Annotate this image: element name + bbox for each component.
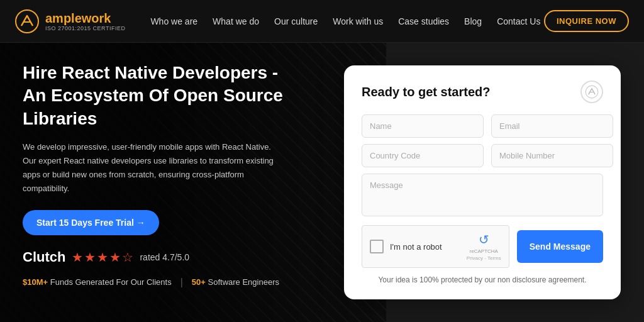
main-content: Hire React Native Developers - An Ecosys…	[0, 43, 644, 322]
stat-engineers-value: 50+	[192, 277, 206, 287]
star-2: ★	[84, 250, 96, 265]
logo-icon	[15, 9, 39, 33]
recaptcha-icon: ↺	[479, 232, 489, 247]
nav-work-with-us[interactable]: Work with us	[333, 16, 383, 26]
form-row-1	[362, 114, 603, 138]
nav-links: Who we are What we do Our culture Work w…	[150, 16, 544, 26]
logo-area: amplework ISO 27001:2015 CERTIFIED	[15, 9, 125, 33]
stars-container: ★ ★ ★ ★ ☆	[72, 250, 133, 265]
nav-what-we-do[interactable]: What we do	[213, 16, 259, 26]
navbar: amplework ISO 27001:2015 CERTIFIED Who w…	[0, 0, 644, 43]
stat-funds-label: Funds Generated For Our Clients	[50, 277, 172, 287]
inquire-now-button[interactable]: INQUIRE NOW	[544, 10, 629, 32]
rating-text: rated 4.7/5.0	[140, 252, 189, 262]
form-logo-icon	[580, 80, 603, 103]
right-panel: Ready to get started?	[321, 43, 644, 322]
privacy-note: Your idea is 100% protected by our non d…	[362, 275, 603, 284]
hero-description: We develop impressive, user-friendly mob…	[23, 140, 287, 196]
nav-blog[interactable]: Blog	[464, 16, 482, 26]
star-4: ★	[109, 250, 121, 265]
form-brand-icon	[585, 85, 599, 99]
country-code-input[interactable]	[362, 144, 484, 167]
form-card: Ready to get started?	[344, 65, 621, 299]
star-3: ★	[97, 250, 108, 265]
logo-cert: ISO 27001:2015 CERTIFIED	[45, 25, 125, 31]
recaptcha-box[interactable]: I'm not a robot ↺ reCAPTCHA Privacy - Te…	[362, 225, 509, 268]
clutch-row: Clutch ★ ★ ★ ★ ☆ rated 4.7/5.0	[23, 249, 298, 265]
form-bottom-row: I'm not a robot ↺ reCAPTCHA Privacy - Te…	[362, 225, 603, 268]
left-panel: Hire React Native Developers - An Ecosys…	[0, 43, 321, 322]
mobile-input[interactable]	[491, 144, 613, 167]
logo-text-block: amplework ISO 27001:2015 CERTIFIED	[45, 11, 125, 31]
clutch-label: Clutch	[23, 249, 65, 265]
stat-divider: |	[180, 277, 183, 288]
trial-button[interactable]: Start 15 Days Free Trial →	[23, 210, 159, 235]
star-1: ★	[72, 250, 83, 265]
hero-title: Hire React Native Developers - An Ecosys…	[23, 62, 298, 130]
recaptcha-logo: ↺ reCAPTCHA Privacy - Terms	[467, 232, 501, 261]
stat-engineers: 50+ Software Engineers	[192, 277, 279, 287]
form-header: Ready to get started?	[362, 80, 603, 103]
recaptcha-brand: reCAPTCHA	[470, 248, 498, 254]
star-5: ☆	[122, 250, 133, 265]
email-input[interactable]	[491, 114, 613, 138]
stats-row: $10M+ Funds Generated For Our Clients | …	[23, 277, 298, 288]
nav-our-culture[interactable]: Our culture	[274, 16, 318, 26]
stat-engineers-label: Software Engineers	[208, 277, 279, 287]
recaptcha-checkbox[interactable]	[370, 240, 384, 253]
recaptcha-sub: Privacy - Terms	[467, 255, 501, 261]
send-message-button[interactable]: Send Message	[517, 230, 603, 263]
form-title: Ready to get started?	[362, 85, 490, 99]
nav-contact-us[interactable]: Contact Us	[497, 16, 540, 26]
stat-funds: $10M+ Funds Generated For Our Clients	[23, 277, 172, 287]
nav-case-studies[interactable]: Case studies	[398, 16, 449, 26]
recaptcha-label: I'm not a robot	[390, 242, 460, 252]
message-textarea[interactable]	[362, 174, 603, 216]
nav-who-we-are[interactable]: Who we are	[150, 16, 197, 26]
logo-name: amplework	[45, 11, 125, 25]
form-row-2	[362, 144, 603, 167]
stat-funds-value: $10M+	[23, 277, 48, 287]
name-input[interactable]	[362, 114, 484, 138]
